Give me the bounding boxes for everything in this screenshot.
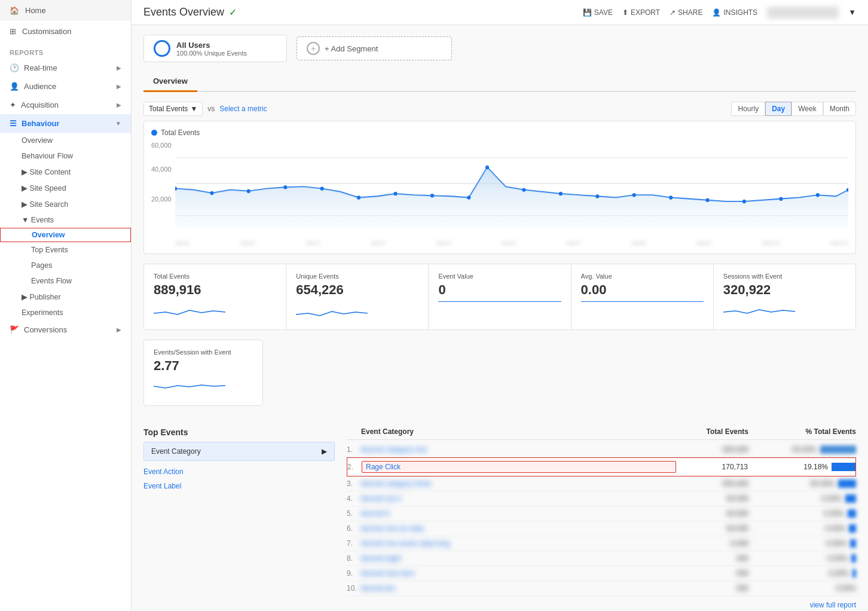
sidebar-item-audience[interactable]: 👤 Audience ▶ [0, 77, 131, 96]
events-per-session-label: Events/Session with Event [154, 349, 253, 356]
time-btn-month[interactable]: Month [823, 102, 856, 116]
share-button[interactable]: ↗ SHARE [670, 8, 702, 17]
sidebar-sub-site-content[interactable]: ▶ Site Content [0, 164, 131, 180]
stat-total-events-label: Total Events [154, 273, 276, 280]
sidebar-sub-events-flow[interactable]: Events Flow [0, 273, 131, 289]
stat-event-value-label: Event Value [438, 273, 561, 280]
data-point [393, 192, 397, 195]
row-name-10[interactable]: blurred ten [361, 584, 677, 592]
sidebar-sub-behaviour-flow[interactable]: Behaviour Flow [0, 148, 131, 164]
data-point [595, 194, 599, 198]
sidebar-sub-events-overview[interactable]: Overview [0, 228, 131, 242]
sparkline-total [154, 301, 225, 319]
metric-selector: Total Events ▼ vs Select a metric [143, 102, 267, 116]
row-name-rage-click[interactable]: Rage Click [362, 461, 676, 473]
overview-tab-bar: Overview [143, 72, 856, 92]
legend-dot-icon [151, 130, 157, 136]
pct-bar-5 [848, 509, 856, 518]
event-label-link[interactable]: Event Label [143, 479, 335, 493]
stat-event-value: Event Value 0 [429, 264, 570, 329]
time-btn-hourly[interactable]: Hourly [731, 102, 765, 116]
row-num-3: 3. [347, 479, 361, 488]
stat-total-events-value: 889,916 [154, 282, 276, 298]
row-pct-8: 0.00% [748, 554, 856, 563]
row-name-8[interactable]: blurred eight [361, 554, 677, 563]
sidebar-sub-site-speed[interactable]: ▶ Site Speed [0, 180, 131, 196]
pct-bar-9 [852, 569, 856, 578]
all-users-segment[interactable]: All Users 100.00% Unique Events [143, 35, 287, 62]
sidebar-sub-pages[interactable]: Pages [0, 258, 131, 273]
chevron-right-icon2: ▶ [117, 83, 121, 90]
y-label-60k: 60,000 [151, 142, 172, 149]
sidebar-sub-site-search[interactable]: ▶ Site Search [0, 196, 131, 212]
row-name-9[interactable]: blurred nine item [361, 569, 677, 578]
home-icon: 🏠 [10, 6, 19, 15]
row-num-6: 6. [347, 524, 361, 533]
sidebar-item-behaviour[interactable]: ☰ Behaviour ▼ [0, 114, 131, 133]
data-point [632, 193, 636, 197]
top-events-title: Top Events [143, 427, 335, 437]
sidebar-item-customisation[interactable]: ⊞ Customisation [0, 21, 131, 42]
time-btn-day[interactable]: Day [765, 102, 791, 116]
row-name-4[interactable]: blurred cat 4 [361, 494, 677, 503]
sidebar-item-acquisition[interactable]: ✦ Acquisition ▶ [0, 96, 131, 114]
stat-unique-events: Unique Events 654,226 [286, 264, 428, 329]
select-metric-link[interactable]: Select a metric [219, 105, 267, 113]
segment-info: All Users 100.00% Unique Events [176, 41, 247, 57]
table-header: Event Category Total Events % Total Even… [347, 427, 856, 440]
time-btn-week[interactable]: Week [791, 102, 823, 116]
segment-circle-icon [154, 40, 170, 57]
insights-button[interactable]: 👤 INSIGHTS [712, 8, 757, 17]
sidebar-sub-top-events[interactable]: Top Events [0, 242, 131, 258]
view-full-report-link[interactable]: view full report [347, 601, 856, 609]
chevron-right-icon: ▶ [117, 65, 121, 71]
row-name-3[interactable]: blurred category three [361, 479, 677, 488]
row-num-8: 8. [347, 554, 361, 563]
stat-avg-value-label: Avg. Value [581, 273, 704, 280]
data-point [210, 191, 213, 195]
chart-area: 60,000 40,000 20,000 [151, 142, 848, 237]
save-button[interactable]: 💾 SAVE [583, 8, 613, 17]
segment-name: All Users [176, 41, 247, 50]
dropdown-chevron-icon[interactable]: ▼ [848, 8, 856, 17]
event-category-filter[interactable]: Event Category ▶ [143, 442, 335, 461]
stat-total-events: Total Events 889,916 [144, 264, 286, 329]
sidebar-sub-experiments[interactable]: Experiments [0, 305, 131, 320]
acquisition-icon: ✦ [10, 100, 16, 109]
behaviour-label: Behaviour [22, 119, 60, 128]
sidebar-item-home[interactable]: 🏠 Home [0, 0, 131, 21]
stat-avg-value-value: 0.00 [581, 282, 704, 298]
row-num-1: 1. [347, 445, 361, 454]
main-header: Events Overview ✓ 💾 SAVE ⬆ EXPORT ↗ SHAR… [132, 0, 868, 25]
sidebar-sub-events[interactable]: ▼ Events [0, 212, 131, 228]
stat-unique-events-label: Unique Events [296, 273, 418, 280]
sparkline-value [438, 301, 561, 319]
event-action-link[interactable]: Event Action [143, 465, 335, 479]
table-row: 6. blurred row six data 00,000 0.00% [347, 521, 856, 536]
row-name-6[interactable]: blurred row six data [361, 524, 677, 533]
sidebar-item-conversions[interactable]: 🚩 Conversions ▶ [0, 320, 131, 339]
chart-svg [175, 151, 848, 235]
sidebar-sub-overview[interactable]: Overview [0, 133, 131, 148]
pct-bar-3 [838, 479, 856, 488]
stat-events-per-session: Events/Session with Event 2.77 [143, 340, 263, 406]
save-icon: 💾 [583, 8, 592, 17]
row-name-1[interactable]: blurred category one [361, 445, 677, 454]
metric-dropdown[interactable]: Total Events ▼ [143, 102, 203, 116]
row-name-7[interactable]: blurred row seven data long [361, 539, 677, 548]
row-total-4: 00,000 [677, 494, 748, 503]
pct-bar-7 [850, 539, 856, 548]
add-segment-button[interactable]: + + Add Segment [297, 36, 452, 60]
sidebar-item-realtime[interactable]: 🕐 Real-time ▶ [0, 59, 131, 77]
segment-bar: All Users 100.00% Unique Events + + Add … [143, 35, 856, 62]
row-name-5[interactable]: blurred 5 [361, 509, 677, 518]
tab-overview[interactable]: Overview [143, 72, 197, 92]
table-row: 10. blurred ten 000 0.00% [347, 581, 856, 596]
export-button[interactable]: ⬆ EXPORT [622, 8, 660, 17]
sidebar-sub-publisher[interactable]: ▶ Publisher [0, 289, 131, 305]
row-pct-9: 0.00% [748, 569, 856, 578]
row-total-8: 000 [677, 554, 748, 563]
row-total-5: 00,000 [677, 509, 748, 518]
data-point [485, 166, 489, 169]
row-total-3: 000,000 [677, 479, 748, 488]
